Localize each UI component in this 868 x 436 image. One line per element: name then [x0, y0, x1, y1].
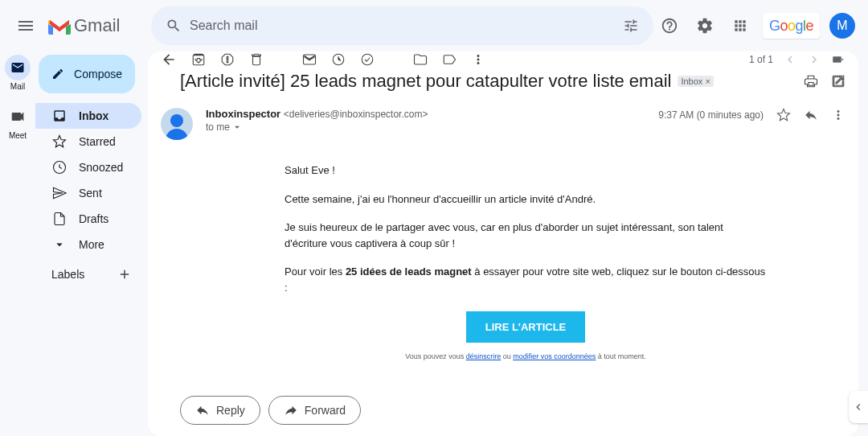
back-button[interactable]: [161, 51, 177, 68]
chevron-left-icon: [783, 52, 797, 67]
search-icon: [166, 18, 182, 34]
svg-point-1: [362, 54, 373, 65]
task-icon: [360, 52, 375, 67]
more-vert-icon: [471, 52, 485, 67]
email-more-button[interactable]: [831, 108, 845, 122]
forward-button[interactable]: Forward: [268, 396, 361, 425]
arrow-back-icon: [161, 51, 177, 68]
file-icon: [52, 212, 67, 226]
inbox-icon: [52, 109, 67, 123]
meet-icon: [10, 109, 25, 124]
clock-icon: [331, 52, 346, 67]
keyboard-icon: [831, 52, 845, 67]
spam-icon: [220, 52, 235, 67]
compose-button[interactable]: Compose: [39, 55, 135, 93]
spam-button[interactable]: [220, 52, 235, 67]
expand-icon: [52, 237, 67, 252]
delete-button[interactable]: [249, 52, 264, 67]
rail-mail[interactable]: Mail: [5, 55, 31, 91]
archive-icon: [191, 52, 206, 67]
account-avatar[interactable]: M: [829, 13, 855, 39]
sender-avatar: [161, 108, 193, 140]
labels-header: Labels: [51, 268, 84, 281]
clock-icon: [52, 160, 67, 175]
reply-icon: [195, 403, 210, 417]
main-menu-button[interactable]: [6, 6, 45, 45]
reply-icon: [804, 108, 818, 122]
sender-email: <deliveries@inboxinspector.com>: [284, 109, 428, 120]
folder-icon: [413, 52, 428, 67]
labels-button[interactable]: [442, 52, 457, 67]
star-icon: [52, 134, 67, 149]
apps-button[interactable]: [724, 10, 756, 42]
email-time: 9:37 AM (0 minutes ago): [658, 109, 764, 121]
nav-starred[interactable]: Starred: [35, 129, 141, 154]
print-icon: [804, 74, 818, 88]
svg-rect-2: [833, 56, 841, 63]
nav-sent[interactable]: Sent: [35, 180, 141, 206]
mark-unread-button[interactable]: [302, 52, 317, 67]
reply-button[interactable]: Reply: [180, 396, 260, 425]
star-outline-icon: [776, 108, 791, 122]
email-subject: [Article invité] 25 leads magnet pour ca…: [180, 71, 671, 92]
gmail-logo[interactable]: Gmail: [48, 15, 143, 36]
rail-meet[interactable]: Meet: [5, 104, 31, 140]
email-body: Salut Eve ! Cette semaine, j'ai eu l'hon…: [148, 140, 858, 383]
open-new-icon: [831, 74, 845, 88]
chevron-left-icon: [852, 401, 865, 413]
move-button[interactable]: [413, 52, 428, 67]
apps-icon: [732, 18, 748, 34]
trash-icon: [249, 52, 264, 67]
side-panel-toggle[interactable]: [849, 391, 868, 423]
chevron-right-icon: [807, 52, 821, 67]
gmail-icon: [48, 17, 71, 35]
more-actions-button[interactable]: [471, 52, 485, 67]
print-button[interactable]: [804, 74, 818, 88]
read-article-button[interactable]: LIRE L'ARTICLE: [466, 311, 586, 343]
unsubscribe-link[interactable]: désinscrire: [466, 352, 502, 360]
support-button[interactable]: [653, 10, 686, 42]
plus-icon: [117, 267, 132, 282]
mail-icon: [302, 52, 317, 67]
nav-inbox[interactable]: Inbox: [35, 103, 141, 129]
forward-icon: [284, 403, 298, 417]
open-new-window-button[interactable]: [831, 74, 845, 88]
update-details-link[interactable]: modifier vos coordonnées: [513, 352, 596, 360]
reply-icon-button[interactable]: [804, 108, 818, 122]
nav-snoozed[interactable]: Snoozed: [35, 154, 141, 180]
more-vert-icon: [831, 108, 845, 122]
help-icon: [661, 17, 678, 35]
message-counter: 1 of 1: [749, 54, 773, 65]
search-button[interactable]: [158, 10, 190, 42]
archive-button[interactable]: [191, 52, 206, 67]
search-options-button[interactable]: [615, 10, 647, 42]
add-task-button[interactable]: [360, 52, 375, 67]
nav-more[interactable]: More: [35, 232, 141, 257]
input-tools-button[interactable]: [831, 52, 845, 67]
recipient-dropdown[interactable]: to me: [206, 121, 658, 133]
snooze-button[interactable]: [331, 52, 346, 67]
google-account-switcher[interactable]: Google: [763, 13, 820, 39]
dropdown-icon: [231, 121, 243, 133]
gmail-text: Gmail: [74, 15, 120, 36]
tune-icon: [623, 18, 639, 34]
prev-button[interactable]: [783, 52, 797, 67]
add-label-button[interactable]: [117, 267, 132, 282]
send-icon: [52, 186, 67, 200]
hamburger-icon: [16, 16, 35, 35]
search-bar[interactable]: [151, 6, 653, 45]
mail-icon: [10, 60, 25, 75]
pencil-icon: [51, 66, 64, 82]
settings-button[interactable]: [689, 10, 721, 42]
search-input[interactable]: [190, 19, 615, 33]
nav-drafts[interactable]: Drafts: [35, 206, 141, 232]
gear-icon: [696, 17, 714, 35]
next-button[interactable]: [807, 52, 821, 67]
label-icon: [442, 52, 457, 67]
sender-name: Inboxinspector: [206, 108, 280, 120]
inbox-label-chip[interactable]: Inbox ×: [678, 76, 713, 87]
star-button[interactable]: [776, 108, 791, 122]
